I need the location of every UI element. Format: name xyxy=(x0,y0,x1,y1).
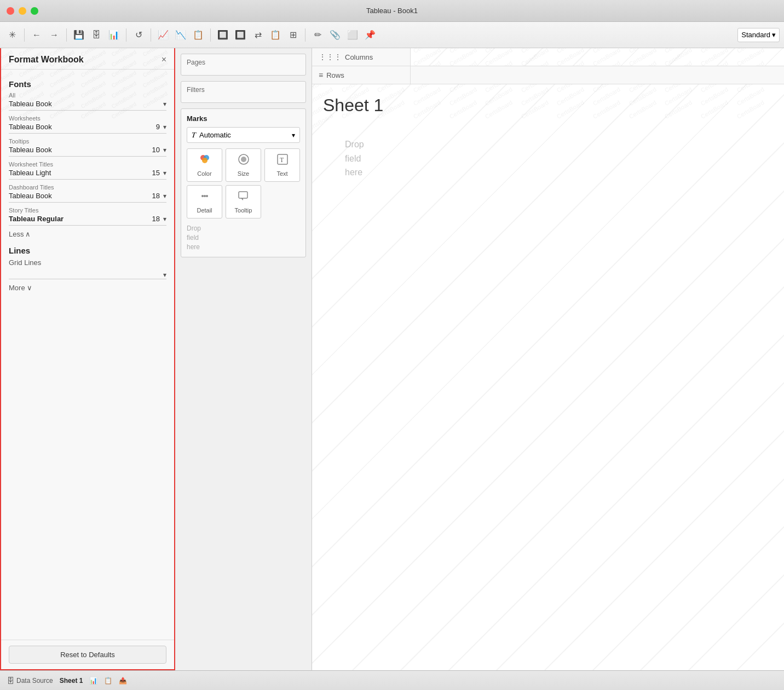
more-toggle[interactable]: More ∨ xyxy=(9,284,166,292)
marks-detail-icon xyxy=(199,190,211,205)
toolbar: ✳ ← → 💾 🗄 📊 ↺ 📈 📉 📋 🔲 🔲 ⇄ 📋 ⊞ ✏ 📎 ⬜ 📌 St… xyxy=(0,22,784,48)
drop-field-text: Dropfieldhere xyxy=(187,224,201,251)
tooltips-font-name: Tableau Book xyxy=(9,146,149,154)
marks-color-button[interactable]: Color xyxy=(187,148,222,182)
marks-size-label: Size xyxy=(238,170,249,177)
connect-icon[interactable]: 📊 xyxy=(106,27,122,43)
svg-point-4 xyxy=(241,157,246,162)
svg-point-7 xyxy=(201,195,204,197)
canvas-drop-field: Dropfieldhere xyxy=(345,137,364,180)
marks-text-icon: T xyxy=(276,153,289,168)
columns-shelf-icon: ⋮⋮⋮ xyxy=(319,53,342,61)
toolbar-separator xyxy=(24,28,25,42)
attach-icon[interactable]: 📎 xyxy=(327,27,343,43)
dashboard-titles-size-dropdown[interactable]: ▾ xyxy=(163,192,166,200)
swap-icon[interactable]: ⇄ xyxy=(250,27,266,43)
marks-tooltip-label: Tooltip xyxy=(235,207,252,214)
save-icon[interactable]: 💾 xyxy=(71,27,87,43)
chart3-icon[interactable]: 📋 xyxy=(191,27,206,43)
marks-size-button[interactable]: Size xyxy=(226,148,261,182)
tooltips-size-dropdown[interactable]: ▾ xyxy=(163,146,166,154)
less-toggle[interactable]: Less ∧ xyxy=(9,230,166,238)
svg-point-2 xyxy=(202,158,207,163)
grid-lines-label: Grid Lines xyxy=(9,258,41,267)
tooltips-font-size: 10 xyxy=(152,146,160,154)
format-panel-title: Format Workbook xyxy=(9,55,84,65)
chart-icon[interactable]: 📈 xyxy=(155,27,171,43)
ungroup-icon[interactable]: 🔲 xyxy=(233,27,248,43)
pin-icon[interactable]: 📌 xyxy=(362,27,378,43)
standard-label: Standard xyxy=(741,31,770,39)
chart2-icon[interactable]: 📉 xyxy=(173,27,188,43)
middle-panel: Pages Filters Marks 𝑇 Automatic ▾ xyxy=(175,48,312,670)
standard-dropdown-arrow: ▾ xyxy=(772,31,776,39)
dashboard-titles-font-name: Tableau Book xyxy=(9,192,149,200)
story-titles-font-label: Story Titles xyxy=(9,207,166,214)
minimize-button[interactable] xyxy=(19,7,26,15)
grid-lines-dropdown[interactable]: ▾ xyxy=(163,271,166,279)
format-panel-close-button[interactable]: × xyxy=(162,55,166,65)
worksheets-size-dropdown[interactable]: ▾ xyxy=(163,123,166,131)
forward-icon[interactable]: → xyxy=(47,27,62,43)
worksheet-titles-size-dropdown[interactable]: ▾ xyxy=(163,169,166,177)
view-icon[interactable]: 📋 xyxy=(268,27,283,43)
group-icon[interactable]: 🔲 xyxy=(215,27,230,43)
worksheet-titles-font-row: Tableau Light 15 ▾ xyxy=(9,169,166,180)
window-title: Tableau - Book1 xyxy=(366,7,418,15)
marks-text-button[interactable]: T Text xyxy=(264,148,300,182)
columns-shelf[interactable]: ⋮⋮⋮ Columns xyxy=(312,48,411,66)
add-story-button[interactable]: 📤 xyxy=(119,677,127,685)
reset-defaults-button[interactable]: Reset to Defaults xyxy=(9,646,166,664)
more-label: More xyxy=(9,284,25,292)
marks-title: Marks xyxy=(187,114,300,123)
all-font-name: Tableau Book xyxy=(9,100,160,108)
filters-shelf: Filters xyxy=(181,81,306,103)
copy-icon[interactable]: ⬜ xyxy=(345,27,360,43)
back-icon[interactable]: ← xyxy=(29,27,44,43)
datasource-tab[interactable]: 🗄 Data Source xyxy=(7,676,53,685)
sheet1-tab[interactable]: Sheet 1 xyxy=(60,677,83,685)
add-datasource-icon[interactable]: 🗄 xyxy=(89,27,104,43)
dashboard-titles-font-row: Tableau Book 18 ▾ xyxy=(9,192,166,203)
svg-point-8 xyxy=(204,195,206,197)
add-sheet-icon: 📊 xyxy=(89,677,97,685)
story-titles-size-dropdown[interactable]: ▾ xyxy=(163,215,166,223)
more-section: More ∨ xyxy=(9,284,166,292)
all-font-dropdown[interactable]: ▾ xyxy=(163,100,166,108)
main-layout: CertsBoard CertsBoard CertsBoard CertsBo… xyxy=(0,48,784,670)
marks-panel: Marks 𝑇 Automatic ▾ Color xyxy=(181,108,306,257)
close-button[interactable] xyxy=(7,7,14,15)
undo-icon[interactable]: ↺ xyxy=(131,27,146,43)
dashboard-titles-font-size: 18 xyxy=(152,192,160,200)
standard-dropdown[interactable]: Standard ▾ xyxy=(737,28,780,42)
worksheet-titles-font-size: 15 xyxy=(152,169,160,177)
titlebar: Tableau - Book1 xyxy=(0,0,784,22)
marks-type-icon: 𝑇 xyxy=(192,130,196,140)
rows-shelf[interactable]: ≡ Rows xyxy=(312,66,411,84)
marks-buttons: Color Size xyxy=(187,148,300,219)
worksheets-font-row: Tableau Book 9 ▾ xyxy=(9,123,166,134)
tooltips-font-label: Tooltips xyxy=(9,138,166,145)
add-dashboard-button[interactable]: 📋 xyxy=(104,677,112,685)
sheet-title: Sheet 1 xyxy=(312,84,784,127)
annotate-icon[interactable]: ✏ xyxy=(310,27,325,43)
app-logo-icon[interactable]: ✳ xyxy=(4,27,20,43)
marks-color-label: Color xyxy=(197,170,211,177)
add-sheet-button[interactable]: 📊 xyxy=(89,677,97,685)
marks-detail-button[interactable]: Detail xyxy=(187,185,222,219)
marks-tooltip-button[interactable]: Tooltip xyxy=(226,185,261,219)
rows-shelf-icon: ≡ xyxy=(319,71,323,79)
marks-type-dropdown[interactable]: 𝑇 Automatic ▾ xyxy=(187,127,300,143)
all-font-row: Tableau Book ▾ xyxy=(9,100,166,111)
marks-tooltip-icon xyxy=(238,190,250,205)
toolbar-separator-3 xyxy=(126,28,126,42)
toolbar-separator-6 xyxy=(305,28,305,42)
rows-shelf-label: Rows xyxy=(326,71,344,79)
fit-icon[interactable]: ⊞ xyxy=(285,27,301,43)
toolbar-separator-5 xyxy=(210,28,211,42)
maximize-button[interactable] xyxy=(31,7,38,15)
worksheets-font-name: Tableau Book xyxy=(9,123,153,131)
marks-color-icon xyxy=(199,153,211,168)
lines-section: Lines Grid Lines ▾ More ∨ xyxy=(9,246,166,292)
svg-point-9 xyxy=(206,195,208,197)
